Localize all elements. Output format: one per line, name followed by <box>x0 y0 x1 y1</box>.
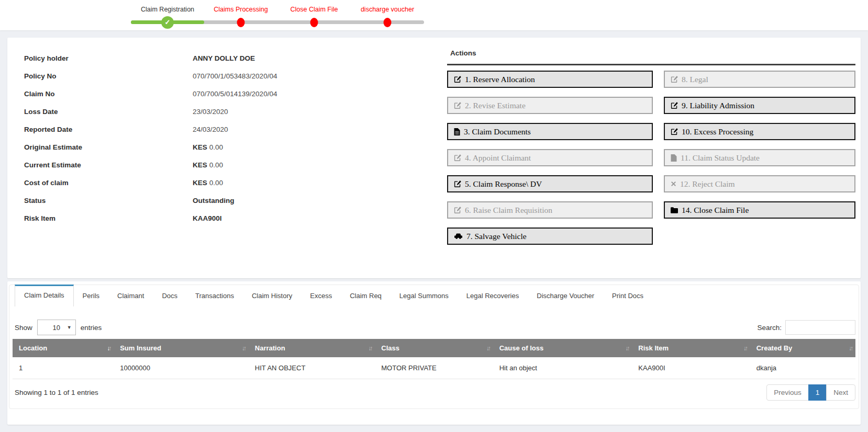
column-header-narration[interactable]: Narration↓↑ <box>249 339 375 357</box>
action-button-5-claim-response-dv[interactable]: 5. Claim Response\ DV <box>447 175 653 192</box>
claim-details-list: Policy holderANNY DOLLY DOEPolicy No070/… <box>24 49 277 227</box>
detail-row-reported-date: Reported Date24/03/2020 <box>24 120 277 138</box>
detail-amount: 0.00 <box>209 179 223 187</box>
tab-claim-history[interactable]: Claim History <box>243 285 301 306</box>
step-label-discharge-voucher: discharge voucher <box>361 6 414 13</box>
column-header-sum-insured[interactable]: Sum Insured↓↑ <box>114 339 249 357</box>
detail-label: Reported Date <box>24 126 193 133</box>
column-header-location[interactable]: Location↓↑ <box>13 339 114 357</box>
detail-amount: 0.00 <box>209 143 223 151</box>
action-button-label: 1. Reserve Allocation <box>465 75 535 84</box>
edit-icon <box>454 180 461 188</box>
tab-bar: Claim DetailsPerilsClaimantDocsTransacti… <box>15 285 859 306</box>
actions-divider <box>447 64 855 65</box>
pagination-next-button[interactable]: Next <box>826 384 855 401</box>
action-button-7-salvage-vehicle[interactable]: 7. Salvage Vehicle <box>447 228 653 245</box>
action-button-3-claim-documents[interactable]: 3. Claim Documents <box>447 123 653 140</box>
table-summary: Showing 1 to 1 of 1 entries <box>15 389 98 396</box>
action-button-label: 8. Legal <box>682 75 708 84</box>
action-button-label: 6. Raise Claim Requisition <box>465 206 552 215</box>
column-header-label: Risk Item <box>638 344 669 352</box>
detail-row-cost-of-claim: Cost of claimKES0.00 <box>24 174 277 191</box>
tab-perils[interactable]: Perils <box>74 285 109 306</box>
tab-discharge-voucher[interactable]: Discharge Voucher <box>528 285 603 306</box>
column-header-label: Narration <box>255 344 285 352</box>
column-header-created-by[interactable]: Created By↓↑ <box>750 339 855 357</box>
times-icon <box>671 181 676 187</box>
column-header-cause-of-loss[interactable]: Cause of loss↓↑ <box>493 339 632 357</box>
pagination-previous-button[interactable]: Previous <box>766 384 809 401</box>
edit-icon <box>454 102 461 109</box>
detail-label: Policy holder <box>24 54 193 62</box>
page-length-select[interactable]: 10 ▼ <box>37 320 76 335</box>
detail-row-status: StatusOutstanding <box>24 191 277 209</box>
cell-class: MOTOR PRIVATE <box>375 357 493 379</box>
tab-legal-recoveries[interactable]: Legal Recoveries <box>458 285 528 306</box>
page-length-value: 10 <box>53 324 60 332</box>
detail-value: KES0.00 <box>193 161 223 169</box>
tab-docs[interactable]: Docs <box>153 285 186 306</box>
pagination: Previous1Next <box>767 384 855 401</box>
action-button-label: 12. Reject Claim <box>680 179 735 189</box>
cell-risk-item: KAA900I <box>632 357 750 379</box>
currency-code: KES <box>193 161 207 169</box>
show-label: Show <box>15 324 32 332</box>
detail-label: Original Estimate <box>24 143 193 151</box>
folder-icon <box>671 207 678 213</box>
column-header-label: Cause of loss <box>499 344 544 352</box>
actions-section: Actions 1. Reserve Allocation2. Revise E… <box>447 49 855 254</box>
column-header-label: Class <box>381 344 399 352</box>
cell-sum-insured: 10000000 <box>114 357 249 379</box>
action-button-14-close-claim-file[interactable]: 14. Close Claim File <box>664 201 855 219</box>
cell-narration: HIT AN OBJECT <box>249 357 375 379</box>
cell-created-by: dkanja <box>750 357 855 379</box>
currency-code: KES <box>193 179 207 187</box>
sort-icon: ↓↑ <box>849 345 852 352</box>
column-header-label: Created By <box>756 344 793 352</box>
file-icon <box>671 154 677 162</box>
tab-excess[interactable]: Excess <box>301 285 341 306</box>
tab-print-docs[interactable]: Print Docs <box>603 285 652 306</box>
detail-label: Risk Item <box>24 214 193 222</box>
search-label: Search: <box>757 324 782 332</box>
tab-claimant[interactable]: Claimant <box>108 285 153 306</box>
search-input[interactable] <box>785 320 855 335</box>
currency-code: KES <box>193 143 207 151</box>
step-pending-dot-icon <box>384 18 392 27</box>
action-button-label: 3. Claim Documents <box>464 127 531 137</box>
tab-transactions[interactable]: Transactions <box>186 285 243 306</box>
edit-icon <box>454 154 461 162</box>
action-button-10-excess-processing[interactable]: 10. Excess Processing <box>664 123 855 140</box>
detail-value: 23/03/2020 <box>193 108 228 116</box>
action-button-label: 10. Excess Processing <box>682 127 753 137</box>
detail-value: 070/700/1/053483/2020/04 <box>193 72 277 80</box>
progress-header: Claim Registration✓Claims ProcessingClos… <box>0 0 868 30</box>
action-button-9-liability-admission[interactable]: 9. Liability Admission <box>664 97 855 114</box>
detail-value: 070/700/5/014139/2020/04 <box>193 90 277 98</box>
detail-row-original-estimate: Original EstimateKES0.00 <box>24 138 277 156</box>
column-header-risk-item[interactable]: Risk Item↓↑ <box>632 339 750 357</box>
detail-label: Policy No <box>24 72 193 80</box>
action-button-label: 11. Claim Status Update <box>681 153 760 163</box>
car-icon <box>454 233 463 240</box>
action-button-label: 14. Close Claim File <box>682 206 749 215</box>
step-label-close-claim-file: Close Claim File <box>291 6 338 13</box>
claim-tabs-panel: Claim DetailsPerilsClaimantDocsTransacti… <box>7 281 861 425</box>
tab-claim-req[interactable]: Claim Req <box>341 285 391 306</box>
sort-icon: ↓↑ <box>743 345 747 352</box>
pagination-page-1[interactable]: 1 <box>808 384 827 401</box>
tab-legal-summons[interactable]: Legal Summons <box>391 285 458 306</box>
tab-claim-details[interactable]: Claim Details <box>15 285 74 306</box>
column-header-class[interactable]: Class↓↑ <box>375 339 493 357</box>
sort-icon: ↓↑ <box>368 345 371 352</box>
action-button-11-claim-status-update: 11. Claim Status Update <box>664 149 855 166</box>
entries-label: entries <box>81 324 102 332</box>
action-button-12-reject-claim: 12. Reject Claim <box>664 175 855 192</box>
action-button-1-reserve-allocation[interactable]: 1. Reserve Allocation <box>447 71 653 88</box>
column-header-label: Location <box>19 344 47 352</box>
sort-icon: ↓↑ <box>486 345 489 352</box>
action-button-label: 4. Appoint Claimant <box>465 153 531 163</box>
step-label-claim-registration: Claim Registration <box>141 6 194 13</box>
sort-icon: ↓↑ <box>242 345 245 352</box>
actions-column-right: 8. Legal9. Liability Admission10. Excess… <box>664 71 855 254</box>
